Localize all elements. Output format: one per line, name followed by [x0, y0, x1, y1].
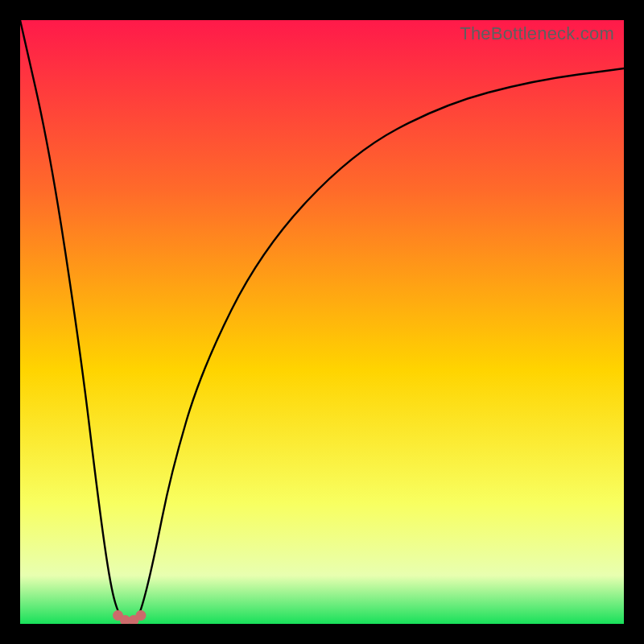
curve-marker: [136, 610, 147, 621]
bottleneck-curve: [20, 20, 624, 624]
watermark-text: TheBottleneck.com: [460, 23, 614, 44]
chart-frame: TheBottleneck.com: [20, 20, 624, 624]
